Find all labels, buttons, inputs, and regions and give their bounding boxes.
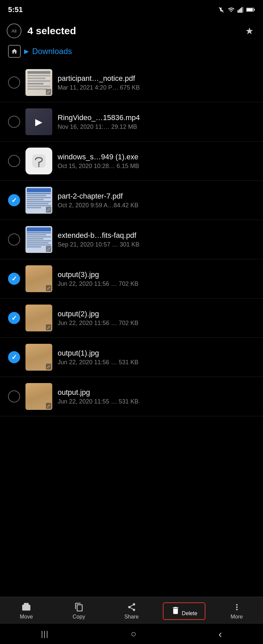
file-checkbox[interactable] xyxy=(8,233,20,246)
nav-bar: ||| ○ ‹ xyxy=(0,624,263,644)
file-info: output.jpg Jun 22, 2020 11:55 … 531 KB xyxy=(58,388,255,405)
breadcrumb-folder[interactable]: Downloads xyxy=(32,47,72,56)
file-checkbox[interactable] xyxy=(8,390,20,402)
home-folder-icon[interactable] xyxy=(8,45,21,58)
file-thumbnail: ⤢ xyxy=(25,344,52,371)
share-label: Share xyxy=(124,614,139,620)
file-meta: Jun 22, 2020 11:56 … 702 KB xyxy=(58,280,255,287)
file-meta: Jun 22, 2020 11:56 … 702 KB xyxy=(58,320,255,327)
nav-back-icon[interactable]: ‹ xyxy=(218,628,222,640)
file-info: output(1).jpg Jun 22, 2020 11:56 … 531 K… xyxy=(58,349,255,366)
file-meta: Mar 11, 2021 4:20 P… 675 KB xyxy=(58,84,255,91)
svg-rect-1 xyxy=(239,9,240,13)
file-info: output(2).jpg Jun 22, 2020 11:56 … 702 K… xyxy=(58,310,255,327)
delete-icon xyxy=(171,606,180,615)
file-meta: Nov 16, 2020 11:… 29.12 MB xyxy=(58,123,255,130)
signal-icon xyxy=(238,6,244,13)
file-checkbox[interactable] xyxy=(8,155,20,167)
header: All 4 selected ★ xyxy=(0,17,263,43)
file-name: RingVideo_…15836.mp4 xyxy=(58,113,255,122)
copy-label: Copy xyxy=(73,614,85,620)
breadcrumb-arrow: ▶ xyxy=(24,48,29,55)
list-item[interactable]: ⤢ extended-b…fits-faq.pdf Sep 21, 2020 1… xyxy=(0,220,263,259)
list-item[interactable]: ▶ RingVideo_…15836.mp4 Nov 16, 2020 11:…… xyxy=(0,102,263,142)
list-item[interactable]: ✓ ⤢ output(2).jpg Jun 22, 2020 11:56 … 7… xyxy=(0,299,263,338)
file-meta: Jun 22, 2020 11:56 … 531 KB xyxy=(58,359,255,366)
nav-home-icon[interactable]: ○ xyxy=(131,629,136,639)
file-thumbnail: ⤢ xyxy=(25,187,52,214)
more-icon xyxy=(232,602,242,612)
svg-rect-2 xyxy=(240,8,241,13)
file-meta: Jun 22, 2020 11:55 … 531 KB xyxy=(58,398,255,405)
list-item[interactable]: ✓ ⤢ output(1).jpg Jun 22, 2020 11:56 … 5… xyxy=(0,338,263,377)
svg-rect-0 xyxy=(238,10,239,13)
wifi-icon xyxy=(227,6,235,13)
svg-rect-7 xyxy=(247,8,253,11)
share-button[interactable]: Share xyxy=(105,602,158,620)
file-name: output(2).jpg xyxy=(58,310,255,318)
delete-button[interactable]: Delete xyxy=(158,602,210,620)
file-thumbnail: ⤢ xyxy=(25,305,52,331)
header-left: All 4 selected xyxy=(7,23,76,38)
file-thumbnail xyxy=(25,148,52,174)
share-icon xyxy=(127,602,136,612)
delete-label: Delete xyxy=(182,610,197,616)
list-item[interactable]: windows_s…949 (1).exe Oct 15, 2020 10:28… xyxy=(0,142,263,181)
file-info: windows_s…949 (1).exe Oct 15, 2020 10:28… xyxy=(58,153,255,170)
copy-button[interactable]: Copy xyxy=(53,602,105,620)
file-checkbox[interactable] xyxy=(8,76,20,89)
nav-menu-icon[interactable]: ||| xyxy=(41,630,49,638)
file-thumbnail: ⤢ xyxy=(25,226,52,253)
svg-rect-6 xyxy=(254,9,255,10)
file-checkbox[interactable]: ✓ xyxy=(8,194,20,206)
file-thumbnail: ⤢ xyxy=(25,265,52,292)
breadcrumb: ▶ Downloads xyxy=(0,43,263,63)
file-name: participant…_notice.pdf xyxy=(58,74,255,83)
delete-highlight: Delete xyxy=(163,602,205,620)
list-item[interactable]: ⤢ output.jpg Jun 22, 2020 11:55 … 531 KB xyxy=(0,377,263,416)
all-select-circle[interactable]: All xyxy=(7,23,21,38)
list-item[interactable]: ✓ ⤢ output(3).jpg Jun 22, 2020 11:56 … 7… xyxy=(0,259,263,299)
copy-icon xyxy=(74,602,84,612)
file-meta: Oct 2, 2020 9:59 A…84.42 KB xyxy=(58,202,255,209)
more-button[interactable]: More xyxy=(210,602,263,620)
move-label: Move xyxy=(20,614,33,620)
file-name: output(1).jpg xyxy=(58,349,255,358)
file-info: extended-b…fits-faq.pdf Sep 21, 2020 10:… xyxy=(58,231,255,248)
file-thumbnail: ⤢ xyxy=(25,383,52,410)
file-thumbnail: ▶ xyxy=(25,108,52,135)
list-item[interactable]: ✓ ⤢ part-2-chapter-7.pdf Oct 2, 2020 9:5… xyxy=(0,181,263,220)
status-time: 5:51 xyxy=(8,5,23,14)
file-checkbox[interactable]: ✓ xyxy=(8,351,20,363)
file-checkbox[interactable] xyxy=(8,116,20,128)
play-icon: ▶ xyxy=(35,116,43,127)
file-checkbox[interactable]: ✓ xyxy=(8,312,20,324)
file-info: part-2-chapter-7.pdf Oct 2, 2020 9:59 A…… xyxy=(58,192,255,209)
file-info: participant…_notice.pdf Mar 11, 2021 4:2… xyxy=(58,74,255,91)
all-label: All xyxy=(12,29,16,34)
file-thumbnail: ⤢ xyxy=(25,69,52,96)
move-button[interactable]: Move xyxy=(0,602,53,620)
file-meta: Oct 15, 2020 10:28… 6.15 MB xyxy=(58,163,255,170)
svg-point-9 xyxy=(38,166,40,167)
move-icon xyxy=(22,602,31,612)
file-name: output(3).jpg xyxy=(58,270,255,279)
svg-rect-3 xyxy=(241,7,242,13)
file-name: output.jpg xyxy=(58,388,255,397)
file-checkbox[interactable]: ✓ xyxy=(8,273,20,285)
status-bar: 5:51 xyxy=(0,0,263,17)
list-item[interactable]: ⤢ participant…_notice.pdf Mar 11, 2021 4… xyxy=(0,63,263,102)
mute-icon xyxy=(218,6,225,13)
svg-rect-4 xyxy=(243,7,244,13)
file-name: extended-b…fits-faq.pdf xyxy=(58,231,255,240)
selection-count: 4 selected xyxy=(27,25,76,37)
bottom-toolbar: Move Copy Share Delete More xyxy=(0,597,263,624)
file-list: ⤢ participant…_notice.pdf Mar 11, 2021 4… xyxy=(0,63,263,416)
file-name: windows_s…949 (1).exe xyxy=(58,153,255,161)
status-icons xyxy=(218,6,255,13)
star-icon[interactable]: ★ xyxy=(245,25,254,37)
file-name: part-2-chapter-7.pdf xyxy=(58,192,255,201)
file-meta: Sep 21, 2020 10:57 … 301 KB xyxy=(58,241,255,248)
file-info: output(3).jpg Jun 22, 2020 11:56 … 702 K… xyxy=(58,270,255,287)
file-info: RingVideo_…15836.mp4 Nov 16, 2020 11:… 2… xyxy=(58,113,255,130)
